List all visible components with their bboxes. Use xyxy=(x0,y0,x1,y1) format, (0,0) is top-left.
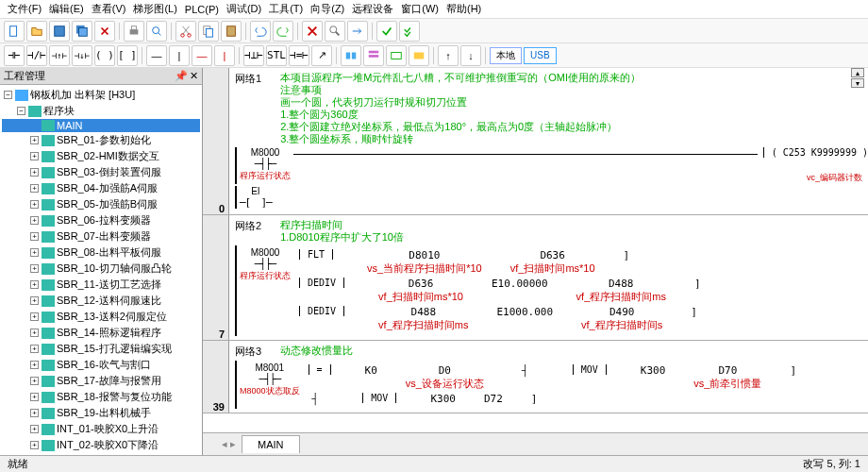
tree-item[interactable]: +SBR_05-加强筋B伺服 xyxy=(2,196,200,212)
tree-item[interactable]: +SBR_12-送料伺服速比 xyxy=(2,293,200,309)
hline-button[interactable]: — xyxy=(146,45,167,66)
tab-main[interactable]: MAIN xyxy=(242,435,300,453)
tree-main[interactable]: +MAIN xyxy=(2,119,200,132)
save-button[interactable] xyxy=(49,21,70,42)
svg-rect-4 xyxy=(130,29,139,34)
menu-ladder[interactable]: 梯形图(L) xyxy=(129,0,180,18)
not-button[interactable]: ↗ xyxy=(311,45,332,66)
tree-item[interactable]: +SBR_07-出料变频器 xyxy=(2,228,200,244)
menu-tools[interactable]: 工具(T) xyxy=(265,0,307,18)
paste-button[interactable] xyxy=(221,21,242,42)
copy-button[interactable] xyxy=(198,21,219,42)
menu-rprog[interactable]: 远程设备 xyxy=(348,0,397,18)
conn-local[interactable]: 本地 xyxy=(490,47,522,64)
svg-rect-17 xyxy=(392,52,402,59)
tree-item[interactable]: +SBR_18-报警与复位功能 xyxy=(2,389,200,405)
up-button[interactable]: ↑ xyxy=(438,45,459,66)
panel-title: 工程管理 xyxy=(4,69,45,83)
menu-edit[interactable]: 编辑(E) xyxy=(45,0,88,18)
tree-item[interactable]: +SBR_15-打孔逻辑编实现 xyxy=(2,341,200,357)
toolbar-2: ⊣⊢ ⊣/⊢ ⊣↑⊢ ⊣↓⊢ ( ) [ ] — | — | ⊣⊥⊢ STL ⊣… xyxy=(0,43,868,68)
hline-del-button[interactable]: — xyxy=(192,45,212,66)
new-button[interactable] xyxy=(4,21,25,42)
menu-file[interactable]: 文件(F) xyxy=(4,0,45,18)
menu-bar: 文件(F) 编辑(E) 查看(V) 梯形图(L) PLC(P) 调试(D) 工具… xyxy=(0,0,868,19)
open-button[interactable] xyxy=(26,21,47,42)
tree-item[interactable]: +INT_02-映胶X0下降沿 xyxy=(2,437,200,453)
redo-button[interactable] xyxy=(273,21,293,42)
tree-item[interactable]: +SBR_02-HMI数据交互 xyxy=(2,148,200,164)
tree-root[interactable]: −钢板机加 出料架 [H3U] xyxy=(2,87,200,103)
tree-item[interactable]: +SBR_10-切刀轴伺服凸轮 xyxy=(2,261,200,277)
tree-item[interactable]: +SBR_19-出料机械手 xyxy=(2,405,200,421)
svg-rect-1 xyxy=(55,25,65,36)
down-button[interactable]: ↓ xyxy=(460,45,481,66)
contact-nc-button[interactable]: ⊣/⊢ xyxy=(26,45,47,66)
find-button[interactable] xyxy=(325,21,345,42)
project-panel: 工程管理 📌 ✕ −钢板机加 出料架 [H3U] −程序块 +MAIN +SBR… xyxy=(0,68,203,455)
vline-button[interactable]: | xyxy=(169,45,190,66)
menu-debug[interactable]: 调试(D) xyxy=(223,0,265,18)
tree-item[interactable]: +SBR_16-吹气与割口 xyxy=(2,357,200,373)
menu-plc[interactable]: PLC(P) xyxy=(181,2,223,17)
goto-button[interactable] xyxy=(347,21,368,42)
svg-rect-10 xyxy=(206,28,212,37)
tree-item[interactable]: +SBR_08-出料平板伺服 xyxy=(2,244,200,261)
contact-p-button[interactable]: ⊣↑⊢ xyxy=(49,45,70,66)
func-button[interactable]: [ ] xyxy=(117,45,138,66)
contact-no-button[interactable]: ⊣⊢ xyxy=(4,45,25,66)
svg-point-12 xyxy=(330,25,337,32)
inst4-button[interactable] xyxy=(409,45,429,66)
status-bar: 就绪 改写 5, 列: 1 xyxy=(0,455,868,472)
panel-pin-icon[interactable]: 📌 xyxy=(175,70,188,82)
status-right: 改写 5, 列: 1 xyxy=(803,457,860,471)
saveall-button[interactable] xyxy=(72,21,92,42)
contact-n-button[interactable]: ⊣↓⊢ xyxy=(72,45,92,66)
compile-button[interactable] xyxy=(376,21,397,42)
tree-item[interactable]: +SBR_17-故障与报警用 xyxy=(2,373,200,389)
vline-del-button[interactable]: | xyxy=(214,45,235,66)
preview-button[interactable] xyxy=(146,21,167,42)
tree-item[interactable]: +SBR_14-照标逻辑程序 xyxy=(2,325,200,341)
scroll-up-icon[interactable]: ▴ xyxy=(851,68,864,77)
ladder-area[interactable]: ▴▾ 0网络1本项目源程序一堆M元件乱七八糟，不可维护推倒重写的（OMI使用的原… xyxy=(203,68,868,432)
inv-button[interactable]: ⊣⊥⊢ xyxy=(243,45,264,66)
step-button[interactable]: STL xyxy=(266,45,287,66)
comp-button[interactable]: ⊣=⊢ xyxy=(289,45,309,66)
status-left: 就绪 xyxy=(8,457,28,471)
tree-item[interactable]: +SBR_03-倒封装置伺服 xyxy=(2,164,200,180)
project-tree[interactable]: −钢板机加 出料架 [H3U] −程序块 +MAIN +SBR_01-参数初始化… xyxy=(0,85,202,455)
tree-item[interactable]: +SBR_06-拉料变频器 xyxy=(2,212,200,228)
inst1-button[interactable] xyxy=(341,45,361,66)
close-button[interactable] xyxy=(94,21,115,42)
tree-item[interactable]: +SBR_01-参数初始化 xyxy=(2,132,200,148)
scroll-down-icon[interactable]: ▾ xyxy=(851,78,864,88)
tree-blocks[interactable]: −程序块 xyxy=(2,103,200,119)
svg-rect-18 xyxy=(414,52,425,59)
editor-tabs: ◂ ▸ MAIN xyxy=(203,432,868,455)
inst2-button[interactable] xyxy=(363,45,384,66)
panel-close-icon[interactable]: ✕ xyxy=(190,70,198,82)
inst3-button[interactable] xyxy=(386,45,407,66)
tree-item[interactable]: +SBR_04-加强筋A伺服 xyxy=(2,180,200,196)
svg-rect-13 xyxy=(346,52,350,59)
conn-usb[interactable]: USB xyxy=(524,47,557,64)
svg-rect-11 xyxy=(227,25,236,36)
ladder-editor: ▴▾ 0网络1本项目源程序一堆M元件乱七八糟，不可维护推倒重写的（OMI使用的原… xyxy=(203,68,868,455)
toolbar-1 xyxy=(0,19,868,43)
menu-help[interactable]: 帮助(H) xyxy=(442,0,485,18)
print-button[interactable] xyxy=(124,21,144,42)
coil-button[interactable]: ( ) xyxy=(94,45,115,66)
svg-rect-15 xyxy=(369,50,379,53)
compile-all-button[interactable] xyxy=(399,21,420,42)
cut-button[interactable] xyxy=(175,21,196,42)
tree-item[interactable]: +SBR_13-送料2伺服定位 xyxy=(2,309,200,325)
menu-view[interactable]: 查看(V) xyxy=(88,0,130,18)
tree-item[interactable]: +SBR_11-送切工艺选择 xyxy=(2,277,200,293)
undo-button[interactable] xyxy=(250,21,271,42)
tree-item[interactable]: +INT_01-映胶X0上升沿 xyxy=(2,421,200,437)
menu-nav[interactable]: 向导(Z) xyxy=(307,0,348,18)
svg-rect-16 xyxy=(369,55,379,58)
menu-win[interactable]: 窗口(W) xyxy=(397,0,442,18)
delete-button[interactable] xyxy=(302,21,323,42)
